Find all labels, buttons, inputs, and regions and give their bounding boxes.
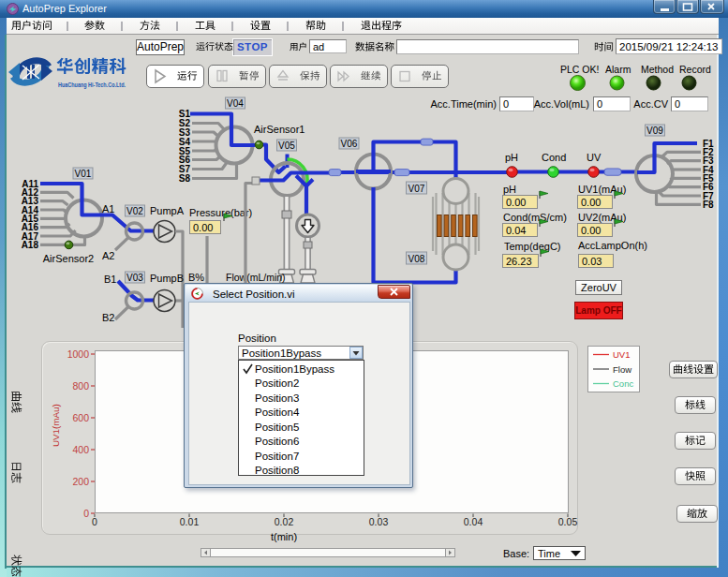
svg-text:HuaChuang Hi-Tech.Co.Ltd.: HuaChuang Hi-Tech.Co.Ltd. [58, 81, 126, 89]
